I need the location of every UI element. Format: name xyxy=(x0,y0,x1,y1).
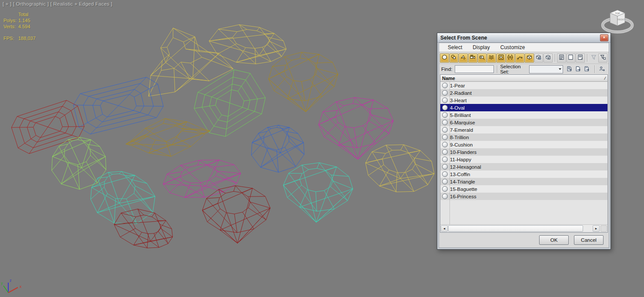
separator xyxy=(497,65,497,73)
gem-12-wireframe[interactable] xyxy=(163,160,241,197)
gem-3-wireframe[interactable] xyxy=(268,52,338,112)
list-item-4-Oval[interactable]: 4-Oval xyxy=(440,104,607,111)
separator xyxy=(594,65,595,73)
scroll-right-button[interactable]: ► xyxy=(593,225,600,232)
list-item-1-Pear[interactable]: 1-Pear xyxy=(440,82,607,89)
cancel-button[interactable]: Cancel xyxy=(574,235,604,245)
dialog-menubar: Select Display Customize xyxy=(439,43,609,52)
display-containers-toggle[interactable] xyxy=(525,53,534,63)
ok-button[interactable]: OK xyxy=(539,235,569,245)
column-resize-indicator[interactable]: / xyxy=(604,76,607,80)
list-item-8-Trillion[interactable]: 8-Trillion xyxy=(440,133,607,141)
display-none-button[interactable] xyxy=(567,53,576,63)
gem-13-wireframe[interactable] xyxy=(283,163,353,222)
gem-9-wireframe[interactable] xyxy=(252,125,304,173)
list-item-label: 13-Coffin xyxy=(450,172,470,177)
horizontal-scrollbar[interactable]: ◄ ► xyxy=(440,224,607,232)
menu-display[interactable]: Display xyxy=(467,43,495,51)
menu-customize[interactable]: Customize xyxy=(495,43,530,51)
list-item-14-Triangle[interactable]: 14-Triangle xyxy=(440,178,607,185)
chevron-down-icon[interactable] xyxy=(559,68,561,70)
display-xrefs-toggle[interactable] xyxy=(506,53,515,63)
gem-6-wireframe[interactable] xyxy=(319,97,393,159)
group-icon xyxy=(498,54,504,62)
object-sphere-icon xyxy=(442,194,448,199)
display-groups-toggle[interactable] xyxy=(496,53,506,63)
list-item-12-Hexagonal[interactable]: 12-Hexagonal xyxy=(440,163,607,170)
viewcube-front-label[interactable]: FRONT xyxy=(617,19,625,21)
menu-select[interactable]: Select xyxy=(443,43,467,51)
dialog-titlebar[interactable]: Select From Scene × xyxy=(437,33,610,43)
list-item-label: 14-Triangle xyxy=(450,179,475,184)
list-column-header[interactable]: Name / xyxy=(440,75,607,82)
display-bones-toggle[interactable] xyxy=(515,53,524,63)
dialog-title: Select From Scene xyxy=(440,35,487,41)
x-axis xyxy=(8,287,18,293)
gem-14-wireframe[interactable] xyxy=(366,145,434,192)
save-selection-set-button[interactable] xyxy=(565,65,574,73)
gem-1-wireframe[interactable] xyxy=(148,28,233,96)
gem-7-wireframe[interactable] xyxy=(11,100,84,154)
list-item-10-Flanders[interactable]: 10-Flanders xyxy=(440,148,607,156)
display-geometry-toggle[interactable] xyxy=(440,53,449,63)
viewcube-top-label[interactable]: TOP xyxy=(615,12,620,15)
filter-button[interactable] xyxy=(589,53,598,63)
gem-15-wireframe[interactable] xyxy=(202,186,270,243)
funnel-icon xyxy=(590,54,597,62)
list-item-5-Brilliant[interactable]: 5-Brilliant xyxy=(440,111,607,119)
scroll-left-button[interactable]: ◄ xyxy=(441,225,448,232)
gem-8-wireframe[interactable] xyxy=(126,119,210,157)
page-arrow-1-icon xyxy=(566,66,573,73)
display-shapes-toggle[interactable] xyxy=(449,53,459,63)
list-item-6-Marquise[interactable]: 6-Marquise xyxy=(440,119,607,126)
object-sphere-icon xyxy=(442,90,448,96)
display-hidden-objects-toggle[interactable] xyxy=(543,53,553,63)
merge-selection-set-button[interactable] xyxy=(583,65,591,73)
list-item-16-Princess[interactable]: 16-Princess xyxy=(440,193,607,200)
selection-set-dropdown[interactable] xyxy=(529,65,563,73)
load-selection-set-button[interactable] xyxy=(574,65,583,73)
gem-10-wireframe[interactable] xyxy=(52,137,106,189)
object-list: 1-Pear2-Radiant3-Heart4-Oval5-Brilliant6… xyxy=(440,82,607,224)
list-item-3-Heart[interactable]: 3-Heart xyxy=(440,97,607,104)
display-helpers-toggle[interactable] xyxy=(478,53,487,63)
scroll-track[interactable] xyxy=(448,225,592,232)
display-cameras-toggle[interactable] xyxy=(468,53,477,63)
find-input[interactable] xyxy=(455,65,494,73)
camera-icon xyxy=(470,54,476,62)
display-invert-button[interactable] xyxy=(576,53,585,63)
list-item-11-Happy[interactable]: 11-Happy xyxy=(440,156,607,163)
gem-16-wireframe[interactable] xyxy=(114,209,173,248)
close-button[interactable]: × xyxy=(600,34,608,41)
filter-combinations-button[interactable] xyxy=(598,53,607,63)
display-lights-toggle[interactable] xyxy=(459,53,468,63)
object-sphere-icon xyxy=(442,134,448,140)
x-axis-label: x xyxy=(20,284,22,289)
list-item-label: 10-Flanders xyxy=(450,150,476,155)
list-item-15-Baguette[interactable]: 15-Baguette xyxy=(440,185,607,193)
scroll-thumb[interactable] xyxy=(448,225,583,232)
viewport-label[interactable]: [ + ] [ Orthographic ] [ Realistic + Edg… xyxy=(3,1,112,7)
display-frozen-objects-toggle[interactable] xyxy=(534,53,543,63)
object-sphere-icon xyxy=(442,105,448,110)
display-all-button[interactable] xyxy=(557,53,566,63)
list-item-7-Emerald[interactable]: 7-Emerald xyxy=(440,126,607,133)
stats-verts-value: 4.594 xyxy=(18,23,30,30)
list-item-9-Cushion[interactable]: 9-Cushion xyxy=(440,141,607,148)
object-sphere-icon xyxy=(442,83,448,88)
rename-objects-button[interactable] xyxy=(598,65,607,73)
page-arrow-3-icon xyxy=(584,66,590,73)
stats-polys-value: 1.145 xyxy=(18,17,30,23)
find-row: Find: Selection Set: xyxy=(439,63,609,74)
funnel-box-icon xyxy=(600,54,606,62)
object-sphere-icon xyxy=(442,149,448,155)
gem-2-wireframe[interactable] xyxy=(209,25,286,64)
display-space-warps-toggle[interactable] xyxy=(487,53,496,63)
object-sphere-icon xyxy=(442,164,448,170)
list-item-2-Radiant[interactable]: 2-Radiant xyxy=(440,89,607,97)
gem-5-wireframe[interactable] xyxy=(194,70,265,137)
object-sphere-icon xyxy=(442,127,448,133)
object-sphere-icon xyxy=(442,171,448,177)
list-item-13-Coffin[interactable]: 13-Coffin xyxy=(440,170,607,178)
name-column-label[interactable]: Name xyxy=(442,76,455,81)
